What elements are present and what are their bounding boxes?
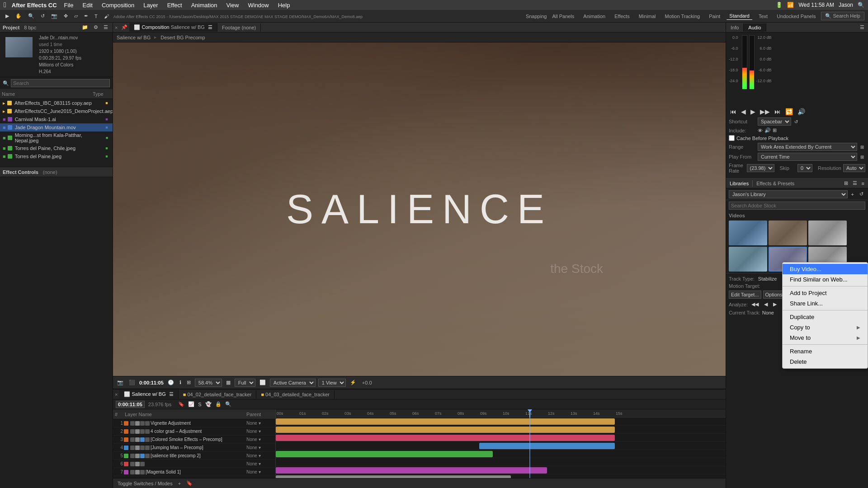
timeline-graph-btn[interactable]: 📈	[187, 400, 196, 408]
range-select[interactable]: Work Area Extended By Current	[758, 143, 857, 151]
workspace-paint[interactable]: Paint	[706, 13, 723, 20]
timeline-markers-btn[interactable]: 🔖	[177, 400, 186, 408]
menu-help[interactable]: Help	[276, 2, 292, 9]
tab-pin[interactable]: 📌	[119, 24, 129, 30]
layer-row[interactable]: 6 None ▾	[113, 460, 275, 468]
library-grid-view[interactable]: ⊞	[842, 179, 850, 187]
menu-layer[interactable]: Layer	[142, 2, 160, 9]
toolbar-pen-tool[interactable]: ✒	[82, 12, 90, 20]
resolution-select[interactable]: Auto	[843, 164, 865, 172]
include-video-icon[interactable]: 👁	[758, 128, 763, 133]
list-item[interactable]: ■ Jade Dragon Mountain.mov ■	[0, 123, 113, 131]
playback-loop[interactable]: 🔁	[784, 108, 794, 116]
breadcrumb-precomp[interactable]: Desert BG Precomp	[160, 35, 205, 40]
include-grid-icon[interactable]: ⊞	[773, 127, 777, 133]
menu-window[interactable]: Window	[246, 2, 270, 9]
project-menu[interactable]: ☰	[102, 23, 110, 31]
tab-libraries[interactable]: Libraries	[726, 179, 752, 188]
search-help-button[interactable]: 🔍 Search Help	[821, 12, 864, 20]
edit-target-btn[interactable]: Edit Target...	[729, 291, 761, 299]
viewer-roi-btn[interactable]: ⬛	[127, 379, 137, 386]
range-btn[interactable]: ⊞	[859, 144, 865, 150]
toolbar-mask-tool[interactable]: ▱	[72, 12, 80, 20]
list-item[interactable]: ■ Torres del Paine.jpeg ■	[0, 152, 113, 160]
list-item[interactable]: ■ Morning...st from Kala-Patthar, Nepal.…	[0, 131, 113, 144]
toolbar-brush-tool[interactable]: 🖌	[102, 13, 111, 20]
ctx-duplicate[interactable]: Duplicate	[783, 312, 868, 322]
toolbar-zoom-tool[interactable]: 🔍	[26, 12, 36, 20]
ctx-share-link[interactable]: Share Link...	[783, 298, 868, 309]
layer-row[interactable]: 5 [salience title precomp 2] None ▾	[113, 452, 275, 460]
workspace-undocked[interactable]: Undocked Panels	[774, 13, 818, 20]
library-thumb-2[interactable]	[769, 221, 807, 245]
menu-file[interactable]: File	[62, 2, 75, 9]
analyze-back-btn[interactable]: ◀◀	[750, 300, 760, 308]
framerate-select[interactable]: (23.98)	[747, 164, 774, 172]
analyze-next-btn[interactable]: ▶	[771, 300, 778, 308]
panel-menu[interactable]: ☰	[858, 23, 866, 31]
timeline-tab-render1[interactable]: ■ 04_02_detailed_face_tracker	[179, 390, 257, 399]
library-add[interactable]: +	[849, 191, 856, 198]
shortcut-refresh[interactable]: ↺	[793, 119, 799, 125]
library-select[interactable]: Jason's Library	[729, 190, 848, 198]
ctx-delete[interactable]: Delete	[783, 357, 868, 367]
menu-animation[interactable]: Animation	[189, 2, 219, 9]
viewer-zoom-select[interactable]: 58.4%	[195, 379, 222, 387]
tab-effects-presets[interactable]: Effects & Presets	[753, 179, 798, 188]
library-refresh[interactable]: ↺	[858, 190, 865, 198]
ctx-buy-video[interactable]: Buy Video...	[783, 264, 868, 274]
workspace-text[interactable]: Text	[756, 13, 770, 20]
apple-logo[interactable]: 	[4, 1, 6, 9]
playfrom-select[interactable]: Current Time	[758, 153, 857, 161]
list-item[interactable]: ■ Carnival Mask-1.ai ■	[0, 115, 113, 123]
playfrom-btn[interactable]: ⊞	[859, 154, 865, 160]
track-bar-7[interactable]	[276, 467, 547, 474]
viewer-view-select[interactable]: 1 View	[318, 379, 346, 387]
track-bar-2[interactable]	[276, 427, 615, 433]
workspace-animation[interactable]: Animation	[580, 13, 608, 20]
timeline-solo-btn[interactable]: S	[197, 400, 203, 408]
ctx-add-to-project[interactable]: Add to Project	[783, 288, 868, 298]
timeline-tab-main[interactable]: ⬜ Salience w/ BG ☰	[119, 390, 178, 399]
timeline-lock-btn[interactable]: 🔒	[214, 400, 223, 408]
track-bar-5[interactable]	[276, 451, 493, 457]
library-search-input[interactable]	[729, 202, 865, 210]
viewer-roi-toggle[interactable]: ⬜	[258, 379, 267, 386]
project-settings[interactable]: ⚙	[92, 23, 100, 31]
workspace-effects[interactable]: Effects	[612, 13, 632, 20]
timeline-search-btn[interactable]: 🔍	[224, 400, 233, 408]
toolbar-arrow-tool[interactable]: ▶	[4, 12, 11, 20]
library-list-view[interactable]: ☰	[851, 179, 859, 187]
list-item[interactable]: ▸ AfterEffects_IBC_083115 copy.aep ■	[0, 99, 113, 107]
ctx-copy-to[interactable]: Copy to ▶	[783, 322, 868, 333]
toolbar-hand-tool[interactable]: ✋	[14, 12, 24, 20]
layer-row[interactable]: 2 4 color grad – Adjustment None ▾	[113, 427, 275, 436]
analyze-prev-btn[interactable]: ◀	[762, 300, 769, 308]
viewer-info-btn[interactable]: ℹ	[178, 379, 183, 386]
track-bar-3[interactable]	[276, 435, 615, 441]
toolbar-rotate-tool[interactable]: ↺	[39, 12, 47, 20]
playback-next-frame[interactable]: ▶▶	[759, 108, 771, 116]
playback-first[interactable]: ⏮	[729, 108, 738, 116]
layer-row[interactable]: 4 [Jumping Man – Precomp] None ▾	[113, 444, 275, 452]
skip-select[interactable]: 0	[797, 164, 812, 172]
workspace-motion-tracking[interactable]: Motion Tracking	[662, 13, 703, 20]
layer-row[interactable]: 7 [Magenta Solid 1] None ▾	[113, 468, 275, 476]
track-bar-1[interactable]	[276, 418, 615, 425]
tab-menu-icon[interactable]: ☰	[169, 391, 174, 397]
timeline-close[interactable]: ×	[113, 392, 119, 397]
playback-last[interactable]: ⏭	[773, 108, 782, 116]
tab-close[interactable]: ×	[113, 25, 119, 30]
workspace-standard[interactable]: Standard	[726, 12, 752, 20]
playback-prev-frame[interactable]: ◀	[740, 108, 747, 116]
toolbar-pan-tool[interactable]: ✥	[62, 12, 70, 20]
timeline-comp-marker[interactable]: 🔖	[184, 479, 194, 487]
menu-view[interactable]: View	[225, 2, 241, 9]
toolbar-text-tool[interactable]: T	[93, 13, 99, 20]
toolbar-camera-tool[interactable]: 📷	[49, 12, 59, 20]
include-audio-icon[interactable]: 🔊	[764, 127, 771, 133]
menu-search-icon[interactable]: 🔍	[858, 2, 864, 8]
track-bar-4[interactable]	[479, 443, 615, 449]
ctx-move-to[interactable]: Move to ▶	[783, 333, 868, 343]
tab-audio[interactable]: Audio	[744, 23, 766, 32]
